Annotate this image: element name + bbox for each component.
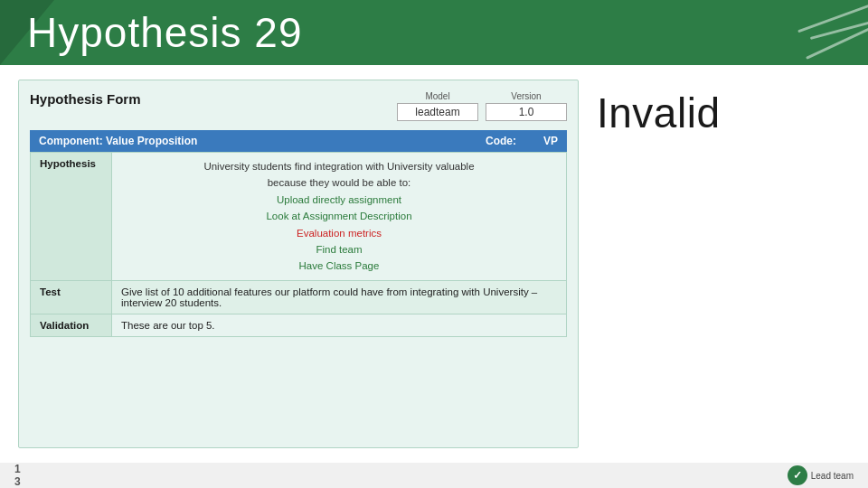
header-decoration: [760, 0, 868, 65]
model-label: Model: [425, 91, 449, 101]
test-content-cell: Give list of 10 additional features our …: [112, 280, 567, 314]
version-block: Version 1.0: [486, 91, 567, 121]
hypothesis-evaluation: Evaluation metrics: [297, 228, 382, 239]
hypothesis-find: Find team: [316, 244, 362, 255]
page-number: 1: [14, 463, 21, 475]
hypothesis-table: Hypothesis University students find inte…: [30, 152, 567, 337]
table-row: Validation These are our top 5.: [31, 314, 567, 336]
code-value: VP: [543, 135, 558, 147]
header: Hypothesis 29: [0, 0, 868, 65]
hypothesis-content-cell: University students find integration wit…: [112, 153, 567, 281]
version-label: Version: [511, 91, 541, 101]
logo-text: Lead team: [811, 471, 854, 481]
form-title: Hypothesis Form: [30, 91, 141, 107]
hypothesis-text-2: because they would be able to:: [268, 177, 411, 188]
row-label-test: Test: [31, 280, 112, 314]
row-label-validation: Validation: [31, 314, 112, 336]
row-label-hypothesis: Hypothesis: [31, 153, 112, 281]
hypothesis-content: University students find integration wit…: [121, 158, 557, 275]
validation-content-cell: These are our top 5.: [112, 314, 567, 336]
hypothesis-class: Have Class Page: [299, 260, 380, 271]
code-label: Code:: [486, 135, 516, 147]
logo-icon: ✓: [793, 469, 802, 482]
hypothesis-look: Look at Assignment Description: [266, 211, 411, 221]
invalid-label: Invalid: [597, 89, 720, 137]
page-title: Hypothesis 29: [27, 8, 303, 57]
hypothesis-form-panel: Hypothesis Form Model leadteam Version 1…: [18, 80, 579, 448]
footer-page: 1 3: [14, 463, 21, 488]
model-block: Model leadteam: [397, 91, 478, 121]
table-row: Hypothesis University students find inte…: [31, 153, 567, 281]
component-row: Component: Value Proposition Code: VP: [30, 130, 567, 152]
logo-circle: ✓: [788, 465, 807, 485]
model-value: leadteam: [397, 103, 478, 121]
hypothesis-text-1: University students find integration wit…: [203, 161, 474, 172]
footer: 1 3 ✓ Lead team: [0, 463, 868, 488]
version-value: 1.0: [486, 103, 567, 121]
page-total: 3: [14, 475, 21, 488]
form-header: Hypothesis Form Model leadteam Version 1…: [30, 91, 567, 121]
table-row: Test Give list of 10 additional features…: [31, 280, 567, 314]
hypothesis-upload: Upload directly assignment: [277, 194, 401, 205]
right-panel: Invalid: [597, 80, 850, 448]
model-version-area: Model leadteam Version 1.0: [397, 91, 567, 121]
main-content: Hypothesis Form Model leadteam Version 1…: [0, 65, 868, 463]
component-label: Component: Value Proposition: [39, 135, 486, 147]
footer-logo: ✓ Lead team: [788, 465, 854, 485]
